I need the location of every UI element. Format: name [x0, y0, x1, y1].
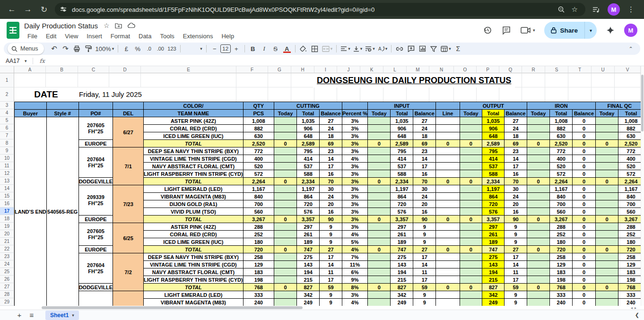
iron-balance-cell[interactable]: 0	[573, 231, 596, 238]
line-cell[interactable]	[436, 155, 460, 163]
line-cell[interactable]	[436, 200, 460, 208]
cutting-balance-cell[interactable]: 17	[320, 253, 342, 261]
share-dropdown-caret[interactable]: ▾	[584, 22, 597, 39]
cell[interactable]: 90	[413, 216, 436, 223]
line-cell[interactable]	[436, 132, 460, 140]
qty-pcs-cell[interactable]: 252	[243, 231, 274, 238]
row-header-18[interactable]: 18	[0, 215, 14, 223]
cutting-today-cell[interactable]	[274, 291, 296, 299]
output-total-cell[interactable]: 342	[482, 291, 505, 299]
percent-cell[interactable]: 3%	[342, 117, 367, 125]
output-today-cell[interactable]	[460, 238, 482, 246]
percent-cell[interactable]: 5%	[342, 238, 367, 246]
cutting-balance-cell[interactable]: 9	[320, 291, 342, 299]
total-qty-cell[interactable]: 768	[243, 284, 274, 291]
menu-format[interactable]: Format	[107, 32, 133, 40]
insert-chart-button[interactable]	[417, 43, 428, 54]
color-name-cell[interactable]: LIGHT EMERALD (LED)	[144, 185, 244, 193]
cutting-total-cell[interactable]: 588	[297, 170, 320, 178]
input-balance-cell[interactable]: 9	[413, 238, 436, 246]
cell[interactable]: Balance	[320, 110, 342, 117]
output-balance-cell[interactable]: 17	[505, 276, 527, 284]
total-percent-cell[interactable]: 3%	[342, 216, 367, 223]
input-today-cell[interactable]	[368, 170, 391, 178]
cutting-balance-cell[interactable]: 14	[320, 155, 342, 163]
row-header-2[interactable]: 2	[0, 87, 14, 102]
cell[interactable]: 0	[595, 140, 618, 147]
cutting-today-cell[interactable]	[274, 193, 296, 200]
qty-pcs-cell[interactable]: 288	[243, 223, 274, 231]
header-line[interactable]: Line	[436, 110, 460, 117]
iron-total-cell[interactable]: 240	[550, 299, 573, 306]
cell[interactable]: 0	[573, 178, 596, 185]
output-today-cell[interactable]	[460, 170, 482, 178]
total-line-cell[interactable]: 0	[436, 178, 460, 185]
cutting-today-cell[interactable]	[274, 276, 296, 284]
iron-balance-cell[interactable]: 0	[573, 291, 596, 299]
output-balance-cell[interactable]: 16	[505, 208, 527, 216]
iron-total-cell[interactable]: 258	[550, 253, 573, 261]
input-total-cell[interactable]: 576	[391, 208, 413, 216]
media-playlist-icon[interactable]	[592, 6, 600, 14]
cell[interactable]: 0	[527, 284, 549, 291]
header-qty[interactable]: QTY	[243, 102, 274, 110]
total-percent-cell[interactable]: 4%	[342, 246, 367, 253]
cell[interactable]: Total	[391, 110, 413, 117]
del-date-cell[interactable]: 6/27	[113, 117, 144, 147]
date-label-cell[interactable]: DATE	[14, 87, 78, 102]
document-title[interactable]: Daily Production Status	[24, 22, 98, 30]
cell[interactable]: Balance	[505, 110, 527, 117]
cell[interactable]: 0	[573, 216, 596, 223]
iron-total-cell[interactable]: 772	[550, 147, 573, 155]
cell[interactable]: 0	[460, 178, 482, 185]
line-cell[interactable]	[436, 223, 460, 231]
output-total-cell[interactable]: 194	[482, 268, 505, 276]
row-header-25[interactable]: 25	[0, 268, 14, 276]
header-blank[interactable]	[436, 102, 460, 110]
move-folder-icon[interactable]	[115, 23, 122, 29]
input-today-cell[interactable]	[368, 291, 391, 299]
qc-today-cell[interactable]	[595, 291, 618, 299]
create-filter-button[interactable]	[428, 43, 439, 54]
column-header-U[interactable]: U	[592, 66, 615, 73]
increase-font-size-button[interactable]: +	[231, 43, 242, 54]
total-line-cell[interactable]: 0	[436, 246, 460, 253]
color-name-cell[interactable]: DIJON GOLD (RA1)	[144, 200, 244, 208]
output-today-cell[interactable]	[460, 276, 482, 284]
version-history-icon[interactable]	[483, 26, 492, 35]
column-header-S[interactable]: S	[545, 66, 568, 73]
star-document-icon[interactable]: ☆	[104, 22, 110, 29]
output-today-cell[interactable]	[460, 223, 482, 231]
output-total-cell[interactable]: 275	[482, 253, 505, 261]
color-name-cell[interactable]: ICED LIME GREEN (IUC)	[144, 132, 244, 140]
location-cell[interactable]: EUROPE	[78, 246, 113, 253]
qty-pcs-cell[interactable]: 400	[243, 155, 274, 163]
menu-file[interactable]: File	[24, 32, 41, 40]
iron-balance-cell[interactable]: 0	[573, 185, 596, 193]
cell[interactable]: 0	[460, 246, 482, 253]
input-balance-cell[interactable]: 24	[413, 125, 436, 132]
row-header-10[interactable]: 10	[0, 155, 14, 162]
header-iron[interactable]: IRON	[527, 102, 595, 110]
qty-pcs-cell[interactable]: 258	[243, 253, 274, 261]
cutting-balance-cell[interactable]: 17	[320, 163, 342, 170]
cell[interactable]: 0	[527, 178, 549, 185]
qc-today-cell[interactable]	[595, 208, 618, 216]
cell[interactable]: 90	[505, 216, 527, 223]
color-name-cell[interactable]: VINTAGE LIME THIN STRIPE (CGD)	[144, 261, 244, 268]
qc-total-cell[interactable]: 288	[618, 223, 644, 231]
decrease-decimal-button[interactable]: .0	[143, 43, 155, 54]
header-po[interactable]: PO#	[78, 110, 113, 117]
total-label-cell[interactable]: TOTAL	[144, 216, 244, 223]
row-header-16[interactable]: 16	[0, 200, 14, 208]
row-header-12[interactable]: 12	[0, 170, 14, 177]
qc-total-cell[interactable]: 240	[618, 299, 644, 306]
qc-total-cell[interactable]: 198	[618, 276, 644, 284]
color-name-cell[interactable]: DEEP SEA NAVY THIN STRIPE (BXY)	[144, 147, 244, 155]
input-balance-cell[interactable]: 16	[413, 170, 436, 178]
cell[interactable]: 2,520	[550, 140, 573, 147]
name-box-caret[interactable]: ▾	[25, 59, 27, 63]
total-line-cell[interactable]: 0	[436, 140, 460, 147]
del-date-cell[interactable]: 7/23	[113, 185, 144, 223]
cell[interactable]: 70	[413, 178, 436, 185]
